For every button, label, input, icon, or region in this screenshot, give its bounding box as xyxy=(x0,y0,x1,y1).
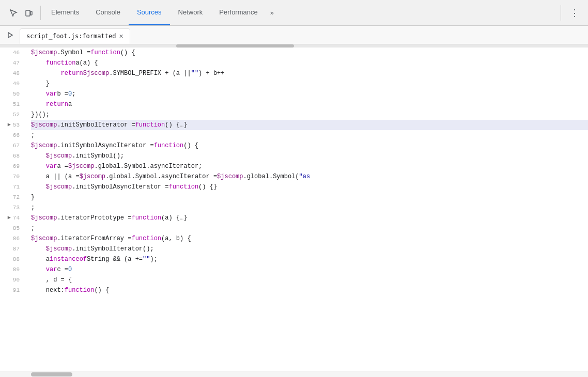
devtools-toolbar: Elements Console Sources Network Perform… xyxy=(0,0,588,26)
line-num-68: 68 xyxy=(0,151,23,161)
line-num-69: 69 xyxy=(0,161,23,171)
line-num-74: ▶74 xyxy=(0,213,23,223)
code-line-90: , d = { xyxy=(31,275,588,285)
toolbar-separator xyxy=(561,5,561,21)
tab-performance[interactable]: Performance xyxy=(211,0,266,25)
code-lines: $jscomp.Symbol = function() { function a… xyxy=(27,48,588,371)
scroll-indicator xyxy=(0,44,588,48)
line-num-72: 72 xyxy=(0,192,23,202)
code-line-74: $jscomp.iteratorPrototype = function(a) … xyxy=(31,213,588,223)
line-num-53: ▶53 xyxy=(0,120,23,130)
more-tabs-button[interactable]: » xyxy=(266,0,278,25)
line-num-48: 48 xyxy=(0,68,23,78)
tab-network[interactable]: Network xyxy=(170,0,211,25)
line-numbers: 46 47 48 49 50 51 52 ▶53 66 67 68 69 70 … xyxy=(0,48,27,371)
line-num-67: 67 xyxy=(0,140,23,151)
line-num-50: 50 xyxy=(0,89,23,99)
code-line-69: var a = $jscomp.global.Symbol.asyncItera… xyxy=(31,161,588,171)
file-tab-name: script_foot.js:formatted xyxy=(26,33,116,40)
line-num-90: 90 xyxy=(0,275,23,285)
line-num-52: 52 xyxy=(0,109,23,120)
code-line-70: a || (a = $jscomp.global.Symbol.asyncIte… xyxy=(31,171,588,182)
scrollbar-thumb[interactable] xyxy=(31,372,72,376)
tab-console[interactable]: Console xyxy=(87,0,129,25)
line-num-46: 46 xyxy=(0,48,23,58)
line-num-85: 85 xyxy=(0,223,23,233)
svg-rect-1 xyxy=(30,11,32,15)
code-line-89: var c = 0 xyxy=(31,264,588,275)
horizontal-scrollbar[interactable] xyxy=(0,371,588,377)
code-line-47: function a(a) { xyxy=(31,58,588,68)
code-line-53: $jscomp.initSymbolIterator = function() … xyxy=(31,120,588,130)
code-line-88: a instanceof String && (a += ""); xyxy=(31,254,588,264)
line-num-86: 86 xyxy=(0,233,23,244)
line-num-51: 51 xyxy=(0,99,23,109)
code-line-87: $jscomp.initSymbolIterator(); xyxy=(31,244,588,254)
device-toolbar-icon[interactable] xyxy=(22,6,36,20)
toolbar-right-controls: ⋮ xyxy=(563,6,586,20)
select-element-icon[interactable] xyxy=(6,6,21,20)
code-line-49: } xyxy=(31,78,588,89)
file-tabbar: script_foot.js:formatted × xyxy=(0,26,588,44)
settings-icon[interactable]: ⋮ xyxy=(567,6,582,20)
code-line-86: $jscomp.iteratorFromArray = function(a, … xyxy=(31,233,588,244)
file-navigate-icon[interactable] xyxy=(4,29,17,41)
code-body[interactable]: 46 47 48 49 50 51 52 ▶53 66 67 68 69 70 … xyxy=(0,48,588,371)
tab-list: Elements Console Sources Network Perform… xyxy=(43,0,559,25)
code-line-66: ; xyxy=(31,130,588,140)
line-num-49: 49 xyxy=(0,78,23,89)
line-num-88: 88 xyxy=(0,254,23,264)
code-line-68: $jscomp.initSymbol(); xyxy=(31,151,588,161)
code-line-50: var b = 0; xyxy=(31,89,588,99)
code-line-51: return a xyxy=(31,99,588,109)
line-num-47: 47 xyxy=(0,58,23,68)
line-num-91: 91 xyxy=(0,285,23,295)
tab-elements[interactable]: Elements xyxy=(43,0,87,25)
svg-rect-0 xyxy=(26,10,30,16)
tab-sources[interactable]: Sources xyxy=(129,0,170,25)
scroll-thumb xyxy=(176,44,294,48)
code-line-52: })(); xyxy=(31,109,588,120)
line-num-70: 70 xyxy=(0,171,23,182)
code-line-48: return $jscomp.SYMBOL_PREFIX + (a || "")… xyxy=(31,68,588,78)
code-line-67: $jscomp.initSymbolAsyncIterator = functi… xyxy=(31,140,588,151)
line-num-89: 89 xyxy=(0,264,23,275)
line-num-87: 87 xyxy=(0,244,23,254)
code-line-73: ; xyxy=(31,202,588,213)
code-line-71: $jscomp.initSymbolAsyncIterator = functi… xyxy=(31,182,588,192)
toolbar-icon-group xyxy=(2,6,41,20)
code-container: 46 47 48 49 50 51 52 ▶53 66 67 68 69 70 … xyxy=(0,44,588,377)
svg-marker-2 xyxy=(8,33,12,38)
line-num-73: 73 xyxy=(0,202,23,213)
line-num-66: 66 xyxy=(0,130,23,140)
code-line-85: ; xyxy=(31,223,588,233)
code-line-91: next: function() { xyxy=(31,285,588,295)
file-tab-script[interactable]: script_foot.js:formatted × xyxy=(20,28,130,44)
code-line-72: } xyxy=(31,192,588,202)
line-num-71: 71 xyxy=(0,182,23,192)
code-line-46: $jscomp.Symbol = function() { xyxy=(31,48,588,58)
file-tab-close-button[interactable]: × xyxy=(119,33,123,40)
